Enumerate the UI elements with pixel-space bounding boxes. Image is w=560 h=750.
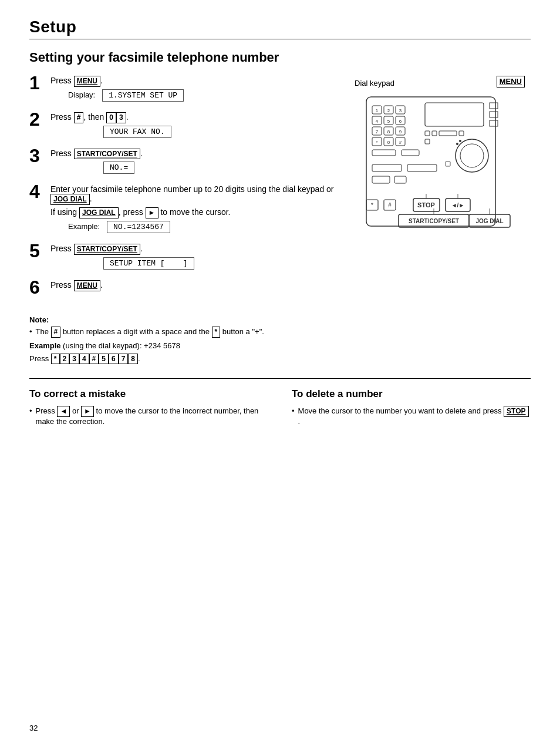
two-key: 2 xyxy=(60,354,70,365)
start-copy-set-key-5: START/COPY/SET xyxy=(74,244,140,255)
steps-column: 1 Press MENU. Display: 1.SYSTEM SET UP 2… xyxy=(29,76,337,364)
hash-key: # xyxy=(74,112,84,123)
svg-text:0: 0 xyxy=(387,140,390,145)
title-divider xyxy=(29,39,531,39)
step-3-display: NO.= xyxy=(50,162,337,176)
stop-key-delete: STOP xyxy=(504,406,528,417)
note-section: Note: • The # button replaces a digit wi… xyxy=(29,311,337,365)
svg-rect-36 xyxy=(432,131,437,136)
main-content: 1 Press MENU. Display: 1.SYSTEM SET UP 2… xyxy=(29,76,531,364)
step-5-text: Press START/COPY/SET. xyxy=(50,244,337,255)
bottom-rule xyxy=(29,378,531,379)
fax-diagram: Dial keypad MENU 1 2 3 xyxy=(355,76,525,281)
svg-text:*: * xyxy=(376,140,377,145)
note-item-1: • The # button replaces a digit with a s… xyxy=(29,327,337,338)
note-press-line: Press *234#5678. xyxy=(29,354,337,365)
page-title: Setup xyxy=(29,18,531,36)
svg-point-33 xyxy=(456,143,458,145)
step-5-content: Press START/COPY/SET. SETUP ITEM [ ] xyxy=(50,244,337,272)
svg-text:5: 5 xyxy=(387,119,390,124)
svg-rect-40 xyxy=(372,164,402,171)
example-value: NO.=1234567 xyxy=(107,221,170,233)
svg-rect-42 xyxy=(446,162,450,166)
display-value-2: YOUR FAX NO. xyxy=(103,126,171,138)
step-3-text: Press START/COPY/SET. xyxy=(50,149,337,160)
svg-rect-3 xyxy=(490,112,498,117)
svg-text:STOP: STOP xyxy=(417,201,435,208)
svg-text:START/COPY/SET: START/COPY/SET xyxy=(409,218,459,224)
svg-text:3: 3 xyxy=(399,108,402,113)
svg-rect-41 xyxy=(407,164,437,171)
svg-text:6: 6 xyxy=(399,119,402,124)
three-key: 3 xyxy=(116,112,126,123)
note-example-bold: Example xyxy=(29,341,60,350)
step-6: 6 Press MENU. xyxy=(29,280,337,297)
page-number: 32 xyxy=(29,724,38,732)
svg-rect-2 xyxy=(490,103,498,109)
arrow-right-key-correct: ► xyxy=(81,406,94,417)
six-key: 6 xyxy=(109,354,119,365)
three-key-2: 3 xyxy=(69,354,79,365)
menu-key-6: MENU xyxy=(74,280,100,291)
step-3-content: Press START/COPY/SET. NO.= xyxy=(50,149,337,177)
diagram-column: Dial keypad MENU 1 2 3 xyxy=(355,76,531,364)
eight-key: 8 xyxy=(128,354,138,365)
dial-keypad-label: Dial keypad xyxy=(355,79,394,88)
step-1-number: 1 xyxy=(29,73,50,92)
two-col-section: To correct a mistake • Press ◄ or ► to m… xyxy=(29,388,531,426)
step-4-content: Enter your facsimile telephone number up… xyxy=(50,184,337,236)
step-2: 2 Press #, then 03. YOUR FAX NO. xyxy=(29,112,337,140)
svg-rect-39 xyxy=(425,139,430,144)
svg-rect-38 xyxy=(459,131,464,136)
svg-rect-30 xyxy=(402,150,419,156)
note-item-2: Example (using the dial keypad): +234 56… xyxy=(29,341,337,350)
delete-number-section: To delete a number • Move the cursor to … xyxy=(292,388,531,426)
svg-text:8: 8 xyxy=(387,129,390,134)
svg-rect-1 xyxy=(425,103,484,126)
arrow-left-key-correct: ◄ xyxy=(57,406,70,417)
display-value-1: 1.SYSTEM SET UP xyxy=(102,89,184,102)
step-1-content: Press MENU. Display: 1.SYSTEM SET UP xyxy=(50,76,337,104)
svg-text:7: 7 xyxy=(376,129,379,134)
delete-number-text: Move the cursor to the number you want t… xyxy=(298,406,531,426)
correct-mistake-title: To correct a mistake xyxy=(29,388,268,400)
note-title: Note: xyxy=(29,315,337,324)
step-5-display: SETUP ITEM [ ] xyxy=(50,257,337,272)
step-4-text: Enter your facsimile telephone number up… xyxy=(50,184,337,205)
svg-rect-43 xyxy=(372,176,390,183)
section-title: Setting your facsimile telephone number xyxy=(29,50,531,65)
svg-text:JOG DIAL: JOG DIAL xyxy=(475,218,503,224)
svg-rect-29 xyxy=(372,150,396,156)
step-2-text: Press #, then 03. xyxy=(50,112,337,123)
svg-rect-4 xyxy=(490,120,498,126)
svg-text:#: # xyxy=(388,202,392,208)
step-6-content: Press MENU. xyxy=(50,280,337,294)
bullet-correct: • xyxy=(29,406,32,415)
svg-text:2: 2 xyxy=(387,108,390,113)
hash-key-press: # xyxy=(89,354,99,365)
correct-mistake-item: • Press ◄ or ► to move the cursor to the… xyxy=(29,406,268,426)
seven-key: 7 xyxy=(119,354,129,365)
step-3-number: 3 xyxy=(29,146,50,165)
delete-number-item: • Move the cursor to the number you want… xyxy=(292,406,531,426)
zero-key: 0 xyxy=(106,112,116,123)
note-text-1: The # button replaces a digit with a spa… xyxy=(36,327,337,338)
star-key-note: * xyxy=(212,327,221,338)
step-2-number: 2 xyxy=(29,110,50,129)
step-6-number: 6 xyxy=(29,278,50,297)
display-value-3: NO.= xyxy=(103,162,134,174)
svg-text:1: 1 xyxy=(376,108,379,113)
svg-rect-37 xyxy=(439,131,457,136)
step-6-text: Press MENU. xyxy=(50,280,337,291)
bullet-1: • xyxy=(29,327,32,336)
step-5-number: 5 xyxy=(29,241,50,260)
correct-mistake-section: To correct a mistake • Press ◄ or ► to m… xyxy=(29,388,268,426)
hash-key-note: # xyxy=(51,327,61,338)
svg-text:*: * xyxy=(371,202,373,208)
svg-text:#: # xyxy=(399,140,402,145)
svg-text:4: 4 xyxy=(376,119,379,124)
svg-rect-35 xyxy=(425,131,430,136)
four-key: 4 xyxy=(79,354,89,365)
star-key-press: * xyxy=(51,354,60,365)
menu-label-diagram: MENU xyxy=(497,76,525,88)
